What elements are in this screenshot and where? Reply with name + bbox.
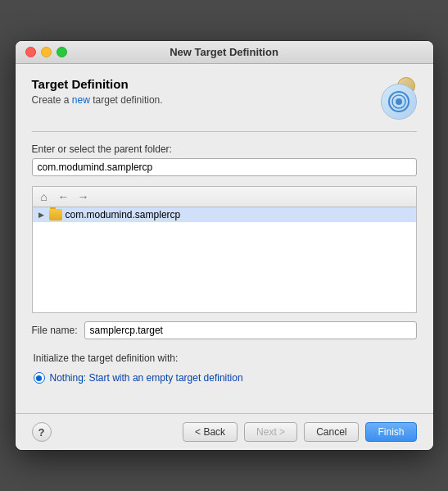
target-icon [387, 90, 410, 113]
file-name-input[interactable] [84, 321, 417, 339]
titlebar: New Target Definition [16, 41, 433, 64]
svg-point-2 [396, 98, 402, 105]
radio-label-nothing: Nothing: Start with an empty target defi… [50, 372, 243, 384]
maximize-button[interactable] [57, 47, 67, 57]
wizard-icon-bg [381, 84, 417, 120]
window-title: New Target Definition [170, 46, 278, 58]
folder-section: Enter or select the parent folder: [32, 143, 417, 176]
radio-item-nothing[interactable]: Nothing: Start with an empty target defi… [34, 372, 417, 384]
back-nav-button[interactable]: ← [56, 189, 72, 205]
file-name-section: File name: [32, 321, 417, 339]
tree-item-label: com.modumind.samplercp [66, 209, 181, 220]
main-content: Target Definition Create a new target de… [16, 64, 433, 397]
folder-icon [49, 209, 62, 220]
page-subtitle: Create a new target definition. [32, 94, 163, 106]
folder-input[interactable] [32, 158, 417, 176]
tree-item[interactable]: ▶ com.modumind.samplercp [33, 207, 416, 222]
subtitle-link: new [72, 94, 90, 106]
initialize-label: Initialize the target definition with: [34, 352, 417, 364]
cancel-button[interactable]: Cancel [304, 422, 359, 442]
folder-label: Enter or select the parent folder: [32, 143, 417, 155]
tree-section: ⌂ ← → ▶ com.modumind.samplercp [32, 186, 417, 313]
bottom-section: ? < Back Next > Cancel Finish [16, 413, 433, 450]
back-arrow-icon: ← [58, 190, 70, 203]
file-name-label: File name: [32, 325, 78, 336]
spacer [16, 397, 433, 413]
section-divider [32, 131, 417, 132]
forward-arrow-icon: → [78, 190, 89, 203]
page-title: Target Definition [32, 77, 163, 91]
home-button[interactable]: ⌂ [36, 189, 52, 205]
header-row: Target Definition Create a new target de… [32, 77, 417, 120]
radio-button-nothing[interactable] [34, 372, 45, 384]
forward-nav-button[interactable]: → [75, 189, 92, 205]
back-button[interactable]: < Back [183, 422, 238, 442]
finish-button[interactable]: Finish [365, 422, 416, 442]
next-button[interactable]: Next > [244, 422, 297, 442]
tree-container: ▶ com.modumind.samplercp [32, 207, 417, 313]
wizard-icon [374, 77, 417, 120]
initialize-section: Initialize the target definition with: N… [32, 348, 417, 387]
minimize-button[interactable] [41, 47, 52, 57]
tree-toolbar: ⌂ ← → [32, 186, 417, 207]
help-button[interactable]: ? [32, 422, 52, 442]
home-icon: ⌂ [40, 190, 47, 203]
close-button[interactable] [25, 47, 36, 57]
main-window: New Target Definition Target Definition … [16, 41, 433, 450]
window-controls [25, 47, 67, 57]
tree-expand-arrow: ▶ [38, 211, 46, 219]
button-group: < Back Next > Cancel Finish [183, 422, 416, 442]
header-text: Target Definition Create a new target de… [32, 77, 163, 106]
